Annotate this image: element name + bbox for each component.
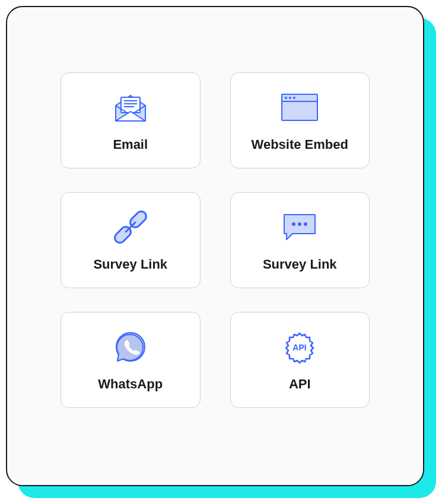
svg-point-9 — [289, 97, 291, 99]
svg-point-13 — [298, 222, 301, 226]
option-tile-api[interactable]: API API — [230, 312, 370, 408]
option-tile-email[interactable]: Email — [61, 72, 201, 168]
option-label: Survey Link — [263, 257, 337, 272]
options-card: Email Website Embed — [6, 6, 424, 486]
option-label: Email — [113, 137, 148, 152]
svg-point-8 — [285, 97, 287, 99]
svg-point-12 — [292, 222, 295, 226]
option-tile-survey-link-2[interactable]: Survey Link — [230, 192, 370, 288]
option-tile-whatsapp[interactable]: WhatsApp — [61, 312, 201, 408]
option-label: Website Embed — [252, 137, 348, 152]
options-grid: Email Website Embed — [61, 72, 370, 408]
option-tile-website-embed[interactable]: Website Embed — [230, 72, 370, 168]
email-icon — [113, 88, 148, 126]
svg-point-10 — [293, 97, 295, 99]
option-label: API — [289, 377, 311, 392]
option-label: Survey Link — [93, 257, 167, 272]
svg-point-14 — [304, 222, 307, 226]
whatsapp-icon — [114, 328, 147, 366]
chat-icon — [282, 208, 317, 246]
svg-rect-6 — [282, 94, 317, 120]
browser-icon — [281, 88, 319, 126]
link-icon — [114, 208, 147, 246]
api-gear-icon: API — [283, 328, 316, 366]
option-tile-survey-link-1[interactable]: Survey Link — [61, 192, 201, 288]
svg-text:API: API — [293, 343, 307, 352]
option-label: WhatsApp — [98, 377, 163, 392]
